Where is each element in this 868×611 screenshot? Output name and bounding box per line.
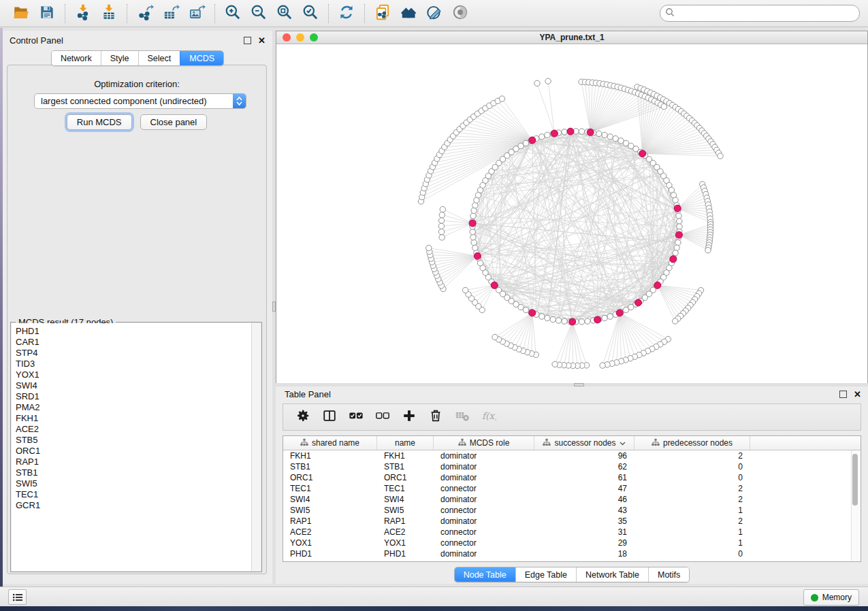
network-canvas[interactable]	[276, 44, 867, 383]
result-node-item[interactable]: STP4	[16, 348, 251, 359]
table-cell: 47	[534, 483, 634, 494]
result-node-item[interactable]: RAP1	[16, 457, 251, 467]
zoom-out-icon	[250, 3, 268, 24]
table-panel-float-icon[interactable]	[839, 391, 847, 398]
search-box[interactable]	[660, 5, 860, 22]
toolbar-save-session-button[interactable]	[34, 2, 60, 25]
table-header-row: shared namenameMCDS rolesuccessor nodesp…	[283, 436, 861, 450]
table-toolbar-add-column-button[interactable]	[399, 407, 419, 427]
result-node-item[interactable]: FKH1	[16, 413, 251, 424]
toolbar-network-overview-button[interactable]	[396, 2, 421, 25]
table-row[interactable]: PHD1PHD1dominator180	[283, 548, 861, 559]
table-panel-close-icon[interactable]: ✕	[854, 391, 861, 397]
column-header-name[interactable]: name	[377, 436, 434, 450]
toolbar-zoom-selected-button[interactable]	[298, 2, 323, 25]
tab-node-table[interactable]: Node Table	[455, 567, 515, 582]
window-maximize-button[interactable]	[310, 33, 318, 42]
toolbar-import-table-button[interactable]	[96, 2, 122, 25]
toolbar-toggle-visibility-button[interactable]	[447, 2, 473, 25]
memory-status-icon	[811, 594, 818, 601]
table-toolbar-select-all-button[interactable]	[346, 407, 366, 427]
result-node-item[interactable]: ORC1	[16, 446, 251, 457]
mcds-result-list[interactable]: PHD1CAR1STP4TID3YOX1SWI4SRD1PMA2FKH1ACE2…	[12, 323, 252, 571]
toolbar-export-network-button[interactable]	[132, 2, 158, 25]
table-row[interactable]: STB1STB1dominator620	[283, 461, 861, 472]
toolbar-zoom-fit-button[interactable]	[272, 2, 298, 25]
table-row[interactable]: SWI4SWI4dominator462	[283, 494, 861, 505]
column-header-MCDS-role[interactable]: MCDS role	[434, 436, 534, 450]
table-toolbar-delete-column-button[interactable]	[425, 407, 446, 427]
run-mcds-button[interactable]: Run MCDS	[67, 114, 132, 130]
tab-edge-table[interactable]: Edge Table	[515, 567, 576, 582]
table-toolbar-split-view-button[interactable]	[319, 407, 340, 427]
table-cell: 18	[534, 548, 634, 559]
desktop-wallpaper-bottom	[0, 606, 868, 611]
result-node-item[interactable]: CAR1	[16, 337, 251, 348]
result-node-item[interactable]: PHD1	[16, 326, 251, 337]
control-panel-float-icon[interactable]	[244, 37, 251, 44]
tab-style[interactable]: Style	[101, 51, 138, 65]
result-list-scrollbar[interactable]	[252, 323, 261, 571]
result-node-item[interactable]: SWI5	[16, 478, 251, 489]
toolbar-export-table-button[interactable]	[158, 2, 184, 25]
tree-icon	[652, 438, 660, 448]
toolbar-vizmapper-button[interactable]	[421, 2, 447, 25]
table-cell: 35	[534, 516, 634, 527]
toolbar-refresh-layout-button[interactable]	[334, 2, 359, 25]
tab-mcds[interactable]: MCDS	[180, 51, 223, 65]
delete-column-icon	[428, 408, 443, 426]
table-toolbar-deselect-all-button[interactable]	[372, 407, 393, 427]
toolbar-separator	[65, 4, 65, 23]
toolbar-open-file-button[interactable]	[8, 2, 34, 25]
result-node-item[interactable]: GCR1	[16, 500, 251, 511]
table-row[interactable]: FKH1FKH1dominator962	[283, 450, 861, 461]
result-node-item[interactable]: STB5	[16, 435, 251, 446]
table-cell: dominator	[434, 494, 534, 505]
list-mode-button[interactable]	[8, 589, 27, 605]
table-scrollbar-thumb[interactable]	[852, 454, 858, 506]
table-scrollbar[interactable]	[851, 450, 860, 561]
tab-select[interactable]: Select	[138, 51, 180, 65]
toolbar-zoom-out-button[interactable]	[246, 2, 272, 25]
table-row[interactable]: RAP1RAP1dominator352	[283, 516, 861, 527]
result-node-item[interactable]: STB1	[16, 467, 251, 478]
result-node-item[interactable]: SRD1	[16, 391, 251, 402]
network-overview-icon	[400, 3, 417, 24]
result-node-item[interactable]: TEC1	[16, 489, 251, 500]
optimization-criterion-select[interactable]: largest connected component (undirected)	[34, 93, 246, 109]
sort-desc-icon	[620, 438, 626, 448]
column-header-successor-nodes[interactable]: successor nodes	[534, 436, 634, 450]
table-cell: dominator	[434, 472, 534, 483]
result-node-item[interactable]: SWI4	[16, 380, 251, 391]
search-input[interactable]	[678, 7, 854, 20]
toolbar-import-network-button[interactable]	[70, 2, 96, 25]
window-close-button[interactable]	[283, 33, 291, 42]
column-header-shared-name[interactable]: shared name	[283, 436, 377, 450]
memory-button[interactable]: Memory	[803, 589, 859, 606]
table-cell: connector	[434, 505, 534, 516]
result-node-item[interactable]: PMA2	[16, 402, 251, 413]
column-header-predecessor-nodes[interactable]: predecessor nodes	[634, 436, 750, 450]
table-cell: 46	[534, 494, 634, 505]
table-row[interactable]: ACE2ACE2connector311	[283, 527, 861, 538]
tab-network-table[interactable]: Network Table	[576, 567, 648, 582]
toolbar-export-image-button[interactable]	[184, 2, 210, 25]
table-row[interactable]: YOX1YOX1connector291	[283, 538, 861, 548]
toolbar-share-network-button[interactable]	[370, 2, 396, 25]
result-node-item[interactable]: ACE2	[16, 424, 251, 435]
result-node-item[interactable]: TID3	[16, 359, 251, 369]
table-cell: 31	[534, 527, 634, 538]
table-row[interactable]: ORC1ORC1dominator610	[283, 472, 861, 483]
result-node-item[interactable]: YOX1	[16, 369, 251, 380]
table-toolbar-settings-button[interactable]	[293, 407, 313, 427]
network-graph[interactable]	[276, 44, 867, 383]
network-window-titlebar[interactable]: YPA_prune.txt_1	[276, 31, 867, 44]
close-panel-button[interactable]: Close panel	[140, 114, 208, 130]
table-row[interactable]: SWI5SWI5connector431	[283, 505, 861, 516]
control-panel-close-icon[interactable]: ✕	[258, 37, 266, 44]
table-row[interactable]: TEC1TEC1connector472	[283, 483, 861, 494]
tab-motifs[interactable]: Motifs	[648, 567, 689, 582]
window-minimize-button[interactable]	[296, 33, 304, 42]
tab-network[interactable]: Network	[52, 51, 101, 65]
toolbar-zoom-in-button[interactable]	[220, 2, 246, 25]
